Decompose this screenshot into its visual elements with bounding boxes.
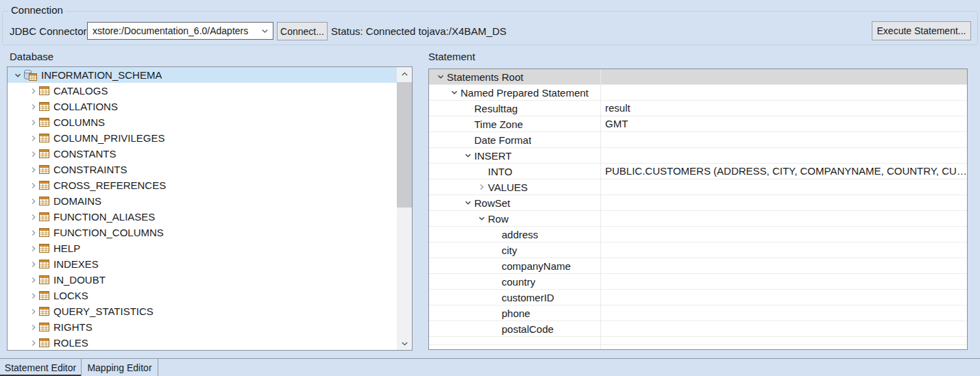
tree-item-label: RIGHTS	[53, 321, 93, 333]
statement-node-value[interactable]	[600, 69, 967, 84]
statement-node-value[interactable]	[600, 195, 967, 210]
statement-node-value[interactable]	[600, 290, 967, 305]
statement-node-label: Date Format	[474, 134, 531, 146]
tree-item-table[interactable]: LOCKS	[8, 288, 397, 303]
chevron-right-icon[interactable]	[28, 88, 39, 95]
chevron-right-icon[interactable]	[28, 166, 39, 173]
statement-row[interactable]: INSERT	[429, 148, 967, 164]
chevron-right-icon[interactable]	[28, 182, 39, 189]
chevron-down-icon[interactable]	[462, 199, 474, 206]
statement-node-value[interactable]	[600, 274, 967, 289]
tree-item-table[interactable]: FUNCTION_ALIASES	[8, 209, 397, 225]
statement-node-value[interactable]: result	[600, 101, 967, 116]
table-icon	[39, 86, 49, 95]
chevron-right-icon[interactable]	[28, 198, 39, 205]
statement-row[interactable]: postalCode	[429, 321, 967, 337]
tree-item-label: CROSS_REFERENCES	[53, 179, 166, 191]
chevron-right-icon[interactable]	[28, 340, 39, 347]
statement-row[interactable]: RowSet	[429, 195, 967, 211]
chevron-right-icon[interactable]	[28, 151, 39, 158]
scrollbar-thumb[interactable]	[397, 82, 412, 208]
statement-node-label: phone	[502, 308, 530, 319]
tab-mapping-editor[interactable]: Mapping Editor	[82, 359, 158, 376]
statement-node-value[interactable]: GMT	[600, 116, 967, 131]
chevron-right-icon[interactable]	[28, 277, 39, 284]
table-icon	[39, 134, 49, 142]
statement-row[interactable]: city	[429, 242, 967, 258]
statement-node-label: customerID	[502, 292, 554, 303]
database-scrollbar[interactable]	[397, 67, 412, 350]
statement-row[interactable]: Date Format	[429, 132, 967, 148]
statement-row[interactable]: INTOPUBLIC.CUSTOMERS (ADDRESS, CITY, COM…	[429, 164, 967, 179]
tab-statement-editor[interactable]: Statement Editor	[0, 359, 82, 376]
chevron-down-icon[interactable]	[462, 152, 474, 159]
chevron-down-icon[interactable]	[12, 72, 23, 79]
statement-row[interactable]: VALUES	[429, 179, 967, 195]
statement-node-value[interactable]	[600, 321, 967, 336]
statement-row[interactable]: Row	[429, 211, 967, 227]
execute-statement-button[interactable]: Execute Statement...	[872, 21, 971, 40]
tree-item-table[interactable]: COLUMN_PRIVILEGES	[8, 130, 397, 146]
statement-node-value[interactable]	[600, 227, 967, 242]
chevron-right-icon[interactable]	[28, 103, 39, 110]
tab-label: Mapping Editor	[87, 362, 151, 373]
tree-item-label: COLUMN_PRIVILEGES	[53, 132, 165, 144]
tree-item-table[interactable]: QUERY_STATISTICS	[8, 303, 397, 319]
tree-item-table[interactable]: IN_DOUBT	[8, 272, 397, 288]
tree-item-schema[interactable]: INFORMATION_SCHEMA	[8, 67, 397, 83]
tree-item-table[interactable]: RIGHTS	[8, 319, 397, 335]
chevron-up-icon[interactable]	[397, 67, 412, 81]
chevron-down-icon[interactable]	[397, 336, 412, 350]
tree-item-table[interactable]: FUNCTION_COLUMNS	[8, 225, 397, 240]
chevron-right-icon[interactable]	[28, 119, 39, 126]
statement-row[interactable]: Named Prepared Statement	[429, 85, 967, 101]
statement-node-value[interactable]	[600, 148, 967, 163]
statement-row[interactable]: Statements Root	[429, 69, 967, 85]
tree-item-table[interactable]: CATALOGS	[8, 83, 397, 99]
tree-item-label: HELP	[53, 242, 80, 254]
chevron-right-icon[interactable]	[28, 261, 39, 268]
statement-row[interactable]: Resulttagresult	[429, 101, 967, 116]
statement-row[interactable]: phone	[429, 305, 967, 321]
chevron-right-icon[interactable]	[28, 135, 39, 142]
chevron-right-icon[interactable]	[28, 214, 39, 221]
tree-item-table[interactable]: INDEXES	[8, 256, 397, 272]
statement-node-value[interactable]: PUBLIC.CUSTOMERS (ADDRESS, CITY, COMPANY…	[600, 164, 967, 179]
tree-item-table[interactable]: DOMAINS	[8, 193, 397, 209]
statement-row[interactable]: address	[429, 227, 967, 242]
table-icon	[39, 275, 49, 284]
statement-node-label: postalCode	[502, 323, 554, 335]
chevron-right-icon[interactable]	[28, 324, 39, 331]
statement-node-value[interactable]	[600, 258, 967, 273]
statement-node-value[interactable]	[600, 211, 967, 226]
statement-node-value[interactable]	[600, 85, 967, 100]
tree-item-table[interactable]: COLUMNS	[8, 114, 397, 130]
tree-item-table[interactable]: CONSTANTS	[8, 146, 397, 162]
chevron-down-icon[interactable]	[256, 23, 273, 39]
tree-item-table[interactable]: HELP	[8, 240, 397, 256]
statement-node-value[interactable]	[600, 179, 967, 195]
statement-node-value[interactable]	[600, 242, 967, 258]
connect-button[interactable]: Connect...	[277, 22, 328, 40]
tree-item-table[interactable]: CONSTRAINTS	[8, 162, 397, 177]
statement-node-value[interactable]	[600, 305, 967, 321]
chevron-down-icon[interactable]	[434, 73, 447, 80]
chevron-right-icon[interactable]	[28, 245, 39, 252]
chevron-right-icon[interactable]	[28, 229, 39, 236]
chevron-down-icon[interactable]	[476, 215, 488, 222]
statement-row[interactable]: Time ZoneGMT	[429, 116, 967, 132]
tree-item-table[interactable]: ROLES	[8, 335, 397, 350]
statement-row[interactable]: companyName	[429, 258, 967, 274]
chevron-down-icon[interactable]	[448, 89, 461, 96]
chevron-right-icon[interactable]	[476, 184, 488, 190]
statement-panel-label: Statement	[428, 51, 475, 62]
statement-node-value[interactable]	[600, 132, 967, 147]
tree-item-table[interactable]: CROSS_REFERENCES	[8, 177, 397, 193]
tree-item-table[interactable]: COLLATIONS	[8, 99, 397, 114]
chevron-right-icon[interactable]	[28, 292, 39, 299]
statement-row[interactable]: customerID	[429, 290, 967, 305]
statement-node-label: Resulttag	[474, 103, 517, 114]
statement-row[interactable]: country	[429, 274, 967, 290]
chevron-right-icon[interactable]	[28, 308, 39, 315]
jdbc-connector-select[interactable]: xstore:/Documentation_6.0/Adapters	[87, 22, 273, 40]
